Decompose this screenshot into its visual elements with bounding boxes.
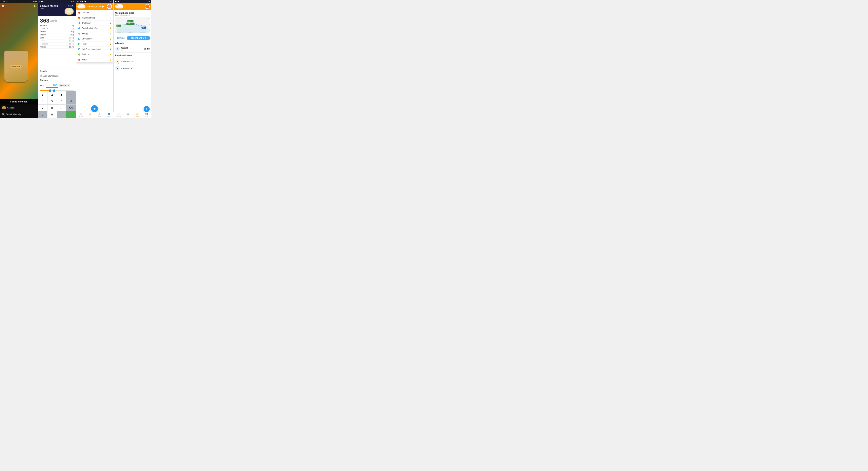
fiber-lock-icon: 🔒 <box>110 43 112 45</box>
quantity-input[interactable] <box>45 83 58 88</box>
calculator-icon[interactable]: 🖩 <box>40 84 42 87</box>
next-date-button[interactable]: ▶ <box>102 5 104 8</box>
key-done[interactable]: ✓ <box>66 111 75 118</box>
key-0[interactable]: 0 <box>48 111 57 118</box>
current-date: Mon, 8 Jun <box>91 5 101 8</box>
food-bowl-image <box>65 8 73 15</box>
details-link[interactable]: DETAILS <box>115 36 126 40</box>
details-section: Details <box>38 68 75 74</box>
weight-goal-title: Weight Loss Goal <box>115 12 150 14</box>
prev-date-button[interactable]: ◀ <box>89 5 90 8</box>
unit-select[interactable]: Grams oz cup <box>59 84 70 87</box>
nav-social-4[interactable]: 👥 Social <box>145 113 148 117</box>
dropdown-item-calories[interactable]: Calories <box>76 10 114 15</box>
netcarbs-item-label: Net Carbohydrates(g) <box>82 48 101 50</box>
dropdown-item-fiber[interactable]: Fiber 🔒 <box>76 41 114 47</box>
fab-button[interactable]: + <box>91 105 98 112</box>
key-6[interactable]: 6 <box>57 98 66 105</box>
key-5[interactable]: 5 <box>48 98 57 105</box>
carbohydrate-premium-item: ◈ Carbohydrat... <box>114 65 151 72</box>
calories-item-label: Calories <box>82 11 89 14</box>
nav-log-4[interactable]: 🗂 Log <box>127 113 129 117</box>
social-4-icon: 👥 <box>145 113 148 115</box>
key-2[interactable]: 2 <box>48 91 57 98</box>
nav-goals-4[interactable]: ◎ Goals <box>135 113 139 117</box>
dropdown-item-macronutrients[interactable]: Macronutrients <box>76 15 114 21</box>
panel-tracker: 849 k/s ▲▲▲ 14:10 GOPREMIUM ◀ Mon, 8 Jun… <box>75 0 114 118</box>
goals-header: GOPREMIUM <box>114 3 151 10</box>
user-avatar-goals[interactable] <box>145 4 150 9</box>
panel-goals-wrapper: ▲▲▲ 14:15 GOPREMIUM Weight Loss Goal Los… <box>114 0 151 118</box>
key-comma[interactable]: , <box>38 111 47 118</box>
fats-lock-icon: 🔒 <box>110 33 112 34</box>
calories-label: Calories <box>50 20 57 22</box>
go-premium-button-goals[interactable]: GOPREMIUM <box>115 4 123 8</box>
goals-label: Goals <box>98 116 101 117</box>
slider-fill <box>40 90 50 91</box>
nav-myday-4[interactable]: ☀ My Day <box>117 113 121 117</box>
granola-icon <box>2 106 6 109</box>
social-icon: 👥 <box>107 113 110 115</box>
tracker-header: GOPREMIUM ◀ Mon, 8 Jun ▶ <box>76 3 114 10</box>
fats-item-label: Fats(g) <box>82 32 88 35</box>
social-label: Social <box>107 116 111 117</box>
fab-plus-icon: + <box>93 107 96 111</box>
flash-icon[interactable]: ⚡̶ <box>33 4 36 8</box>
dropdown-item-sugar[interactable]: Sugar 🔒 <box>76 57 114 62</box>
timestamp-row[interactable]: ⏱ Add a timestamp <box>38 74 75 78</box>
total-fat-label: Total Fat <box>40 25 47 27</box>
dropdown-item-netcarbs[interactable]: Net Carbohydrates(g) 🔒 <box>76 47 114 52</box>
slider-thumb-left[interactable] <box>49 89 51 92</box>
dropdown-item-fats[interactable]: Fats(g) 🔒 <box>76 31 114 36</box>
carb-value: 58.5g <box>69 37 73 39</box>
close-icon[interactable]: ✕ <box>2 4 4 8</box>
record-weight-button[interactable]: RECORD WEIGHT <box>127 36 150 40</box>
key-7[interactable]: 7 <box>38 105 47 111</box>
key-9[interactable]: 9 <box>57 105 66 111</box>
granola-list-item[interactable]: Granola <box>0 105 38 111</box>
key-1[interactable]: 1 <box>38 91 47 98</box>
dropdown-item-sodium[interactable]: Sodium 🔒 <box>76 52 114 57</box>
dropdown-item-carbs[interactable]: Carbohydrates(g) 🔒 <box>76 26 114 31</box>
dropdown-item-protein[interactable]: Protein(g) 🔒 <box>76 21 114 26</box>
save-button[interactable]: SAVE <box>68 4 73 7</box>
svg-text:164: 164 <box>149 30 150 31</box>
nav-myday-3[interactable]: ☀ My Day <box>79 113 83 117</box>
log-label: Log <box>90 115 92 117</box>
cholest-value: 0mg <box>70 31 73 33</box>
dropdown-arrow-icon[interactable]: ▼ <box>43 85 45 87</box>
weight-goal-info: Weight lbs <box>121 47 143 51</box>
keyboard: 1 2 3 − 4 5 6 ⏎ 7 8 9 ⌫ , 0 ✓ <box>38 91 75 118</box>
key-8[interactable]: 8 <box>48 105 57 111</box>
go-premium-button[interactable]: GOPREMIUM <box>78 4 86 8</box>
key-4[interactable]: 4 <box>38 98 47 105</box>
goals-4-label: Goals <box>135 116 139 117</box>
search-manually-bar[interactable]: 🔍 Search Manually <box>0 111 38 118</box>
key-minus[interactable]: − <box>66 91 75 98</box>
nav-social-3[interactable]: 👥 Social <box>107 113 111 117</box>
nav-log-3[interactable]: 🗂 Log <box>89 113 92 117</box>
key-enter[interactable]: ⏎ <box>66 98 75 105</box>
protein-value: 10.7g <box>69 46 73 48</box>
cholest-label: Cholest. <box>40 31 46 33</box>
camera-overlay-top: ✕ ⚡̶ <box>0 3 38 10</box>
user-avatar[interactable] <box>107 4 112 9</box>
goals-4-icon: ◎ <box>136 113 138 116</box>
slider-track[interactable] <box>40 90 73 91</box>
key-3[interactable]: 3 <box>57 91 66 98</box>
signal-1: ▲▲▲ k/s <box>1 1 8 2</box>
lose-label: Lose 1 lb per week <box>115 14 150 16</box>
macronutrients-item-label: Macronutrients <box>82 17 95 19</box>
carbohydrate-label: Carbohydrat... <box>121 67 134 70</box>
food-header-left: 6 Grain Muesli Uiola <box>40 4 65 9</box>
weight-chart-svg: 210.3 162.9 Under 1,918 205 184 164 Jun-… <box>115 17 150 33</box>
log-icon: 🗂 <box>89 113 92 115</box>
time-2: 14:10 <box>71 0 74 2</box>
nav-goals-3[interactable]: ◎ Goals <box>98 113 101 117</box>
quantity-row: 🖩 ▼ Grams oz cup <box>38 83 75 89</box>
fab-button-goals[interactable]: + <box>144 106 150 112</box>
macronutrients-dot-icon <box>78 17 80 19</box>
myday-4-icon: ☀ <box>118 113 120 116</box>
key-backspace[interactable]: ⌫ <box>66 105 75 111</box>
dropdown-item-cholesterol[interactable]: Cholesterol 🔒 <box>76 36 114 41</box>
